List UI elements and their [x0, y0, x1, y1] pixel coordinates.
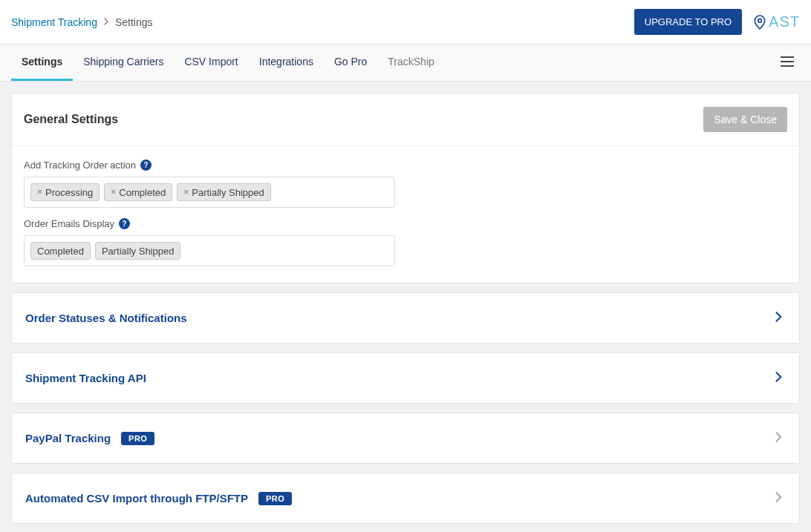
- tabs-bar: SettingsShipping CarriersCSV ImportInteg…: [0, 45, 811, 82]
- accordion-left: Automated CSV Import through FTP/SFTPPRO: [25, 492, 292, 505]
- tab-trackship[interactable]: TrackShip: [377, 45, 445, 81]
- tab-settings[interactable]: Settings: [11, 45, 73, 81]
- accordion-section[interactable]: Automated CSV Import through FTP/SFTPPRO: [11, 473, 800, 524]
- tag-label: Completed: [119, 187, 166, 198]
- save-close-button[interactable]: Save & Close: [703, 107, 787, 132]
- field-label-text: Add Tracking Order action: [24, 160, 136, 171]
- section-title: Shipment Tracking API: [25, 372, 146, 384]
- svg-point-0: [758, 19, 762, 22]
- panel-body: Add Tracking Order action ? ×Processing×…: [12, 145, 799, 283]
- breadcrumb-root-link[interactable]: Shipment Tracking: [11, 16, 97, 28]
- add-tracking-order-action-field: Add Tracking Order action ? ×Processing×…: [24, 160, 787, 208]
- tag-input[interactable]: CompletedPartially Shipped: [24, 235, 395, 266]
- breadcrumb: Shipment Tracking Settings: [11, 16, 153, 28]
- tag[interactable]: Completed: [30, 242, 91, 260]
- tag-label: Partially Shipped: [102, 246, 175, 257]
- header-right: UPGRADE TO PRO AST: [634, 9, 800, 35]
- chevron-right-icon: [103, 17, 109, 27]
- field-label: Add Tracking Order action ?: [24, 160, 787, 171]
- accordion-left: Shipment Tracking API: [25, 372, 146, 384]
- accordion-section[interactable]: PayPal TrackingPRO: [11, 413, 800, 464]
- content: General Settings Save & Close Add Tracki…: [0, 82, 811, 532]
- tag-label: Partially Shipped: [192, 187, 264, 198]
- tag[interactable]: ×Processing: [30, 183, 100, 201]
- chevron-right-icon: [771, 309, 786, 326]
- accordion-section[interactable]: Shipment Tracking API: [11, 352, 800, 404]
- tag-input[interactable]: ×Processing×Completed×Partially Shipped: [24, 177, 395, 208]
- help-icon[interactable]: ?: [119, 218, 130, 229]
- ast-logo: AST: [753, 13, 800, 30]
- accordion-section[interactable]: Order Statuses & Notifications: [11, 292, 800, 344]
- tag-remove-icon[interactable]: ×: [183, 187, 189, 197]
- chevron-right-icon: [771, 490, 786, 507]
- section-title: Order Statuses & Notifications: [25, 312, 187, 324]
- order-emails-display-field: Order Emails Display ? CompletedPartiall…: [24, 218, 787, 266]
- breadcrumb-current: Settings: [115, 16, 153, 28]
- accordion-left: PayPal TrackingPRO: [25, 432, 154, 445]
- tag[interactable]: ×Partially Shipped: [177, 183, 271, 201]
- section-title: PayPal Tracking: [25, 432, 111, 444]
- pro-badge: PRO: [258, 492, 292, 505]
- hamburger-menu-icon[interactable]: [775, 50, 800, 75]
- tag-label: Processing: [45, 187, 93, 198]
- header: Shipment Tracking Settings UPGRADE TO PR…: [0, 0, 811, 45]
- tag[interactable]: ×Completed: [104, 183, 172, 201]
- upgrade-to-pro-button[interactable]: UPGRADE TO PRO: [634, 9, 742, 35]
- chevron-right-icon: [771, 430, 786, 447]
- panel-header: General Settings Save & Close: [12, 93, 799, 145]
- field-label-text: Order Emails Display: [24, 218, 114, 229]
- tag[interactable]: Partially Shipped: [95, 242, 181, 260]
- tab-shipping-carriers[interactable]: Shipping Carriers: [73, 45, 174, 81]
- tab-integrations[interactable]: Integrations: [249, 45, 324, 81]
- tag-remove-icon[interactable]: ×: [111, 187, 116, 197]
- general-settings-panel: General Settings Save & Close Add Tracki…: [11, 93, 800, 283]
- pro-badge: PRO: [121, 432, 154, 445]
- panel-title: General Settings: [24, 113, 118, 126]
- tag-label: Completed: [37, 246, 84, 257]
- field-label: Order Emails Display ?: [24, 218, 787, 229]
- tag-remove-icon[interactable]: ×: [37, 187, 42, 197]
- tab-go-pro[interactable]: Go Pro: [324, 45, 377, 81]
- help-icon[interactable]: ?: [140, 160, 152, 171]
- pin-icon: [753, 14, 766, 30]
- tab-csv-import[interactable]: CSV Import: [174, 45, 248, 81]
- accordion-left: Order Statuses & Notifications: [25, 312, 187, 324]
- section-title: Automated CSV Import through FTP/SFTP: [25, 492, 248, 505]
- chevron-right-icon: [771, 370, 786, 387]
- logo-text: AST: [769, 13, 800, 30]
